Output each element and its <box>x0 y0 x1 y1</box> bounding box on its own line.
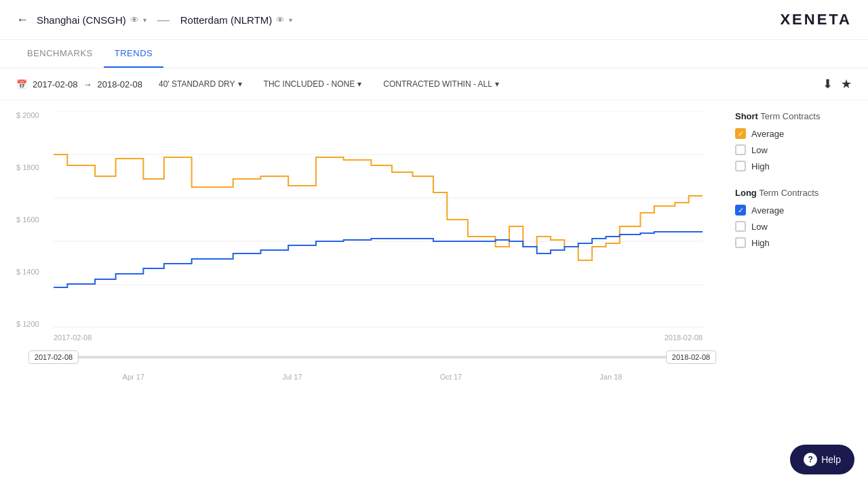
short-term-title-rest: Term Contracts <box>758 111 821 121</box>
destination-port-selector[interactable]: Rotterdam (NLRTM) 👁 ▾ <box>180 14 293 26</box>
slider-handle-left[interactable]: 2017-02-08 <box>28 350 79 364</box>
chart-with-yaxis: $ 2000 $ 1800 $ 1600 $ 1400 $ 1200 <box>16 111 703 342</box>
eye-icon-dest: 👁 <box>276 15 285 25</box>
long-term-legend: Long Term Contracts ✓ Average Low High <box>735 188 852 248</box>
range-slider-area: 2017-02-08 2018-02-08 Apr 17 Jul 17 Oct … <box>16 347 703 381</box>
short-avg-item: ✓ Average <box>735 128 852 139</box>
short-low-checkbox[interactable] <box>735 144 746 155</box>
chevron-down-icon-3: ▾ <box>495 79 499 89</box>
check-icon-2: ✓ <box>738 206 744 215</box>
short-low-item: Low <box>735 144 852 155</box>
date-range: 📅 2017-02-08 → 2018-02-08 <box>16 79 142 89</box>
chart-area: $ 2000 $ 1800 $ 1600 $ 1400 $ 1200 <box>0 100 719 488</box>
tick-labels: Apr 17 Jul 17 Oct 17 Jan 18 <box>54 373 691 381</box>
download-button[interactable]: ⬇ <box>823 77 833 92</box>
help-label: Help <box>821 454 841 465</box>
tick-jul: Jul 17 <box>282 373 302 381</box>
eye-icon: 👁 <box>130 15 139 25</box>
bookmark-button[interactable]: ★ <box>841 77 852 92</box>
long-low-label: Low <box>751 222 768 232</box>
logo: XENETA <box>780 11 852 28</box>
tab-trends[interactable]: TRENDS <box>104 40 163 68</box>
slider-handle-right[interactable]: 2018-02-08 <box>666 350 716 364</box>
short-term-title: Short Term Contracts <box>735 111 852 121</box>
help-icon: ? <box>804 453 817 466</box>
long-term-title: Long Term Contracts <box>735 188 852 198</box>
long-high-item: High <box>735 237 852 248</box>
filter-container-label: 40' STANDARD DRY <box>159 79 235 89</box>
calendar-icon: 📅 <box>16 79 27 89</box>
y-label-2000: $ 2000 <box>16 111 54 119</box>
long-avg-item: ✓ Average <box>735 205 852 216</box>
tab-benchmarks[interactable]: BENCHMARKS <box>16 40 104 68</box>
short-low-label: Low <box>751 145 768 155</box>
toolbar-actions: ⬇ ★ <box>823 77 852 92</box>
help-button[interactable]: ? Help <box>790 445 854 474</box>
x-label-start: 2017-02-08 <box>54 333 92 342</box>
x-axis-labels: 2017-02-08 2018-02-08 <box>54 333 703 342</box>
origin-port-selector[interactable]: Shanghai (CNSGH) 👁 ▾ <box>37 14 146 26</box>
filter-thc-label: THC INCLUDED - NONE <box>264 79 355 89</box>
filter-contracted-label: CONTRACTED WITHIN - ALL <box>383 79 492 89</box>
short-high-label: High <box>751 161 770 171</box>
date-end: 2018-02-08 <box>98 79 143 89</box>
short-term-avg-line <box>54 155 703 260</box>
short-term-title-bold: Short <box>735 111 758 121</box>
filter-thc[interactable]: THC INCLUDED - NONE ▾ <box>258 77 368 92</box>
route-separator: — <box>157 13 170 27</box>
filter-container-type[interactable]: 40' STANDARD DRY ▾ <box>153 77 248 92</box>
y-axis: $ 2000 $ 1800 $ 1600 $ 1400 $ 1200 <box>16 111 54 342</box>
tick-oct: Oct 17 <box>440 373 462 381</box>
slider-track <box>54 356 691 359</box>
origin-port-label: Shanghai (CNSGH) <box>37 14 126 26</box>
long-low-checkbox[interactable] <box>735 221 746 232</box>
y-label-1600: $ 1600 <box>16 216 54 224</box>
long-term-avg-line <box>54 232 703 287</box>
y-label-1400: $ 1400 <box>16 268 54 276</box>
long-low-item: Low <box>735 221 852 232</box>
main-content: $ 2000 $ 1800 $ 1600 $ 1400 $ 1200 <box>0 100 868 488</box>
chevron-down-icon-2: ▾ <box>357 79 361 89</box>
tick-jan: Jan 18 <box>599 373 622 381</box>
destination-port-label: Rotterdam (NLRTM) <box>180 14 273 26</box>
long-avg-label: Average <box>751 205 784 216</box>
short-high-item: High <box>735 161 852 171</box>
short-avg-label: Average <box>751 129 784 139</box>
long-high-label: High <box>751 238 770 248</box>
short-avg-checkbox[interactable]: ✓ <box>735 128 746 139</box>
slider-container[interactable]: 2017-02-08 2018-02-08 <box>54 347 691 367</box>
origin-dropdown-icon: ▾ <box>143 16 146 24</box>
chart-svg-container: 2017-02-08 2018-02-08 <box>54 111 703 342</box>
long-term-title-rest: Term Contracts <box>757 188 819 198</box>
short-term-legend: Short Term Contracts ✓ Average Low High <box>735 111 852 171</box>
chart-svg <box>54 111 703 328</box>
tabs-bar: BENCHMARKS TRENDS <box>0 40 868 68</box>
date-arrow: → <box>83 79 92 89</box>
x-label-end: 2018-02-08 <box>665 333 703 342</box>
long-term-title-bold: Long <box>735 188 757 198</box>
back-button[interactable]: ← <box>16 13 28 27</box>
y-label-1800: $ 1800 <box>16 163 54 171</box>
header: ← Shanghai (CNSGH) 👁 ▾ — Rotterdam (NLRT… <box>0 0 868 40</box>
toolbar: 📅 2017-02-08 → 2018-02-08 40' STANDARD D… <box>0 68 868 100</box>
route-selector: Shanghai (CNSGH) 👁 ▾ — Rotterdam (NLRTM)… <box>37 13 292 27</box>
header-left: ← Shanghai (CNSGH) 👁 ▾ — Rotterdam (NLRT… <box>16 13 292 27</box>
check-icon: ✓ <box>738 129 744 138</box>
destination-dropdown-icon: ▾ <box>289 16 292 24</box>
date-start: 2017-02-08 <box>33 79 78 89</box>
y-label-1200: $ 1200 <box>16 320 54 328</box>
long-avg-checkbox[interactable]: ✓ <box>735 205 746 216</box>
long-high-checkbox[interactable] <box>735 237 746 248</box>
filter-contracted[interactable]: CONTRACTED WITHIN - ALL ▾ <box>378 77 505 92</box>
tick-apr: Apr 17 <box>123 373 144 381</box>
legend-panel: Short Term Contracts ✓ Average Low High … <box>719 100 868 488</box>
short-high-checkbox[interactable] <box>735 161 746 171</box>
chevron-down-icon: ▾ <box>238 79 242 89</box>
